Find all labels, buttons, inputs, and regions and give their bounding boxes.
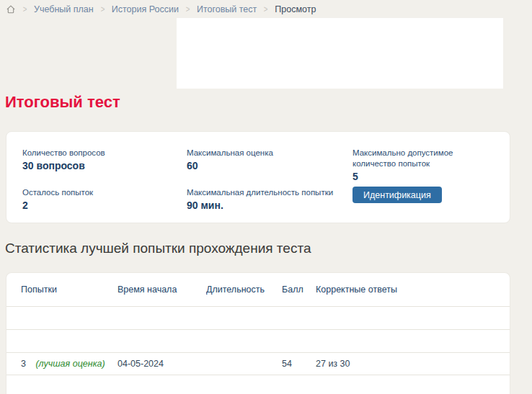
cell-attempt: 3 (лучшая оценка) <box>21 359 118 369</box>
info-max-duration: Максимальная длительность попытки 90 мин… <box>187 187 342 211</box>
breadcrumb: > Учебный план > История России > Итогов… <box>6 4 316 14</box>
table-row-best-attempt: 3 (лучшая оценка) 04-05-2024 54 27 из 30 <box>6 353 510 375</box>
content-placeholder <box>177 18 503 89</box>
info-value: 30 вопросов <box>22 160 177 171</box>
info-label: Максимальная длительность попытки <box>187 187 342 198</box>
info-value: 90 мин. <box>187 200 342 211</box>
cell-correct-answers: 27 из 30 <box>316 359 510 369</box>
cell-score: 54 <box>282 359 316 369</box>
column-header-duration: Длительность <box>206 285 282 295</box>
breadcrumb-separator: > <box>186 4 190 14</box>
test-info-card: Количество вопросов 30 вопросов Максимал… <box>6 131 510 223</box>
page-title: Итоговый тест <box>5 93 120 112</box>
column-header-start-time: Время начала <box>118 285 206 295</box>
column-header-score: Балл <box>282 285 316 295</box>
best-score-note: (лучшая оценка) <box>35 359 105 369</box>
info-max-score: Максимальная оценка 60 <box>187 148 342 171</box>
breadcrumb-link-course[interactable]: История России <box>112 4 179 14</box>
breadcrumb-link-final-test[interactable]: Итоговый тест <box>197 4 257 14</box>
info-value: 2 <box>22 200 177 211</box>
home-icon[interactable] <box>6 4 16 14</box>
breadcrumb-separator: > <box>100 4 105 14</box>
breadcrumb-current-page: Просмотр <box>275 4 316 14</box>
breadcrumb-separator: > <box>23 4 27 14</box>
info-label: Максимально допустимое количество попыто… <box>353 148 489 169</box>
info-question-count: Количество вопросов 30 вопросов <box>22 148 177 171</box>
breadcrumb-link-study-plan[interactable]: Учебный план <box>34 4 94 14</box>
page: > Учебный план > История России > Итогов… <box>0 0 532 394</box>
table-row <box>6 307 510 330</box>
info-attempts-left: Осталось попыток 2 <box>22 187 177 211</box>
column-header-correct-answers: Корректные ответы <box>316 285 510 295</box>
stats-table-card: Попытки Время начала Длительность Балл К… <box>6 272 510 394</box>
info-label: Максимальная оценка <box>187 148 342 158</box>
info-value: 60 <box>187 160 342 171</box>
stats-heading: Статистика лучшей попытки прохождения те… <box>5 241 311 256</box>
attempt-number: 3 <box>21 359 26 369</box>
info-label: Осталось попыток <box>22 187 177 198</box>
table-row <box>6 375 510 393</box>
column-header-attempts: Попытки <box>21 285 118 295</box>
table-row <box>6 330 510 353</box>
info-value: 5 <box>353 171 489 182</box>
identification-button[interactable]: Идентификация <box>353 187 442 203</box>
table-header-row: Попытки Время начала Длительность Балл К… <box>6 273 510 307</box>
cell-start-time: 04-05-2024 <box>118 359 206 369</box>
info-max-attempts: Максимально допустимое количество попыто… <box>353 148 489 182</box>
breadcrumb-separator: > <box>264 4 268 14</box>
info-label: Количество вопросов <box>22 148 177 158</box>
